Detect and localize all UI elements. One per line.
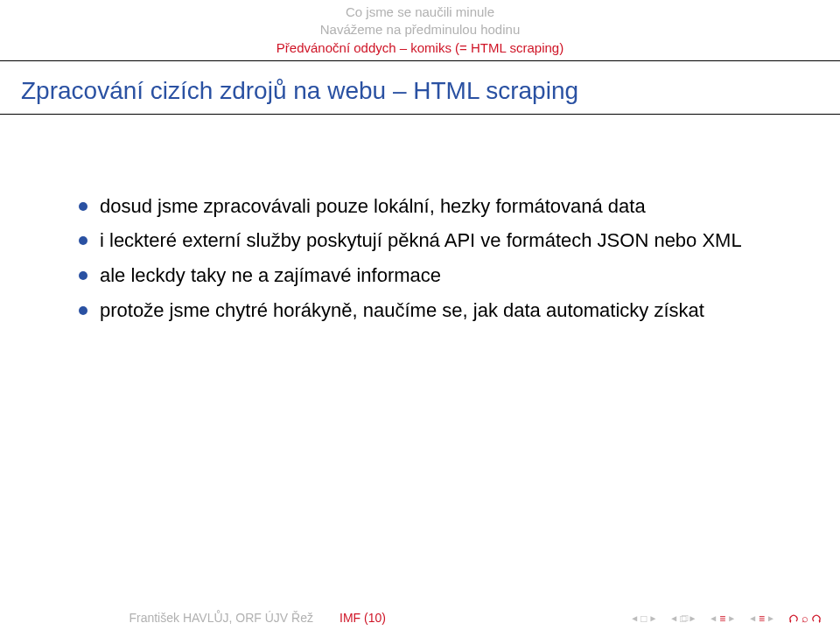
list-item: ale leckdy taky ne a zajímavé informace <box>79 262 788 289</box>
beamer-nav: ◄ □ ► ◄ □ □ ► ◄ ≡ ► ◄ ≡ ► ⌕ <box>630 612 822 625</box>
list-item: protože jsme chytré horákyně, naučíme se… <box>79 298 788 324</box>
bullet-text: ale leckdy taky ne a zajímavé informace <box>100 262 788 289</box>
list-item: dosud jsme zpracovávali pouze lokální, h… <box>79 193 788 220</box>
bullet-text: i leckteré externí služby poskytují pěkn… <box>100 228 788 254</box>
chevron-right-icon[interactable]: ► <box>766 613 775 623</box>
breadcrumb-1[interactable]: Co jsme se naučili minule <box>346 4 494 21</box>
nav-back-forward[interactable]: ⌕ <box>788 612 822 625</box>
bullet-icon <box>79 271 88 280</box>
chevron-left-icon[interactable]: ◄ <box>709 613 718 623</box>
section-lines-icon: ≡ <box>759 612 765 625</box>
footer-short-title[interactable]: IMF (10) <box>340 611 500 625</box>
list-item: i leckteré externí služby poskytují pěkn… <box>79 228 788 254</box>
forward-loop-icon[interactable] <box>810 613 822 624</box>
chevron-left-icon[interactable]: ◄ <box>748 613 757 623</box>
header-breadcrumbs: Co jsme se naučili minule Navážeme na př… <box>0 0 840 57</box>
nav-frame-prev-next[interactable]: ◄ □ □ ► <box>669 612 696 625</box>
bullet-text: dosud jsme zpracovávali pouze lokální, h… <box>100 193 788 220</box>
back-loop-icon[interactable] <box>788 613 800 624</box>
nav-slide-prev-next[interactable]: ◄ □ ► <box>630 612 657 625</box>
footer-author: František HAVLŮJ, ORF ÚJV Řež <box>18 611 340 625</box>
nav-subsection-prev-next[interactable]: ◄ ≡ ► <box>709 612 736 625</box>
search-icon[interactable]: ⌕ <box>802 612 808 625</box>
breadcrumb-2[interactable]: Navážeme na předminulou hodinu <box>320 21 520 38</box>
chevron-right-icon[interactable]: ► <box>648 613 657 623</box>
chevron-right-icon[interactable]: ► <box>727 613 736 623</box>
bullet-icon <box>79 306 88 315</box>
bullet-icon <box>79 202 88 211</box>
breadcrumb-3[interactable]: Předvánoční oddych – komiks (= HTML scra… <box>276 39 564 57</box>
slide-body: dosud jsme zpracovávali pouze lokální, h… <box>0 115 840 324</box>
subsection-lines-icon: ≡ <box>719 612 725 625</box>
chevron-left-icon[interactable]: ◄ <box>669 613 678 623</box>
bullet-text: protože jsme chytré horákyně, naučíme se… <box>100 298 788 324</box>
chevron-right-icon[interactable]: ► <box>688 613 696 623</box>
nav-section-prev-next[interactable]: ◄ ≡ ► <box>748 612 775 625</box>
slide-box-icon: □ <box>640 612 647 625</box>
frame-title: Zpracování cizích zdrojů na webu – HTML … <box>0 61 840 114</box>
chevron-left-icon[interactable]: ◄ <box>630 613 639 623</box>
bullet-icon <box>79 236 88 245</box>
frame-stack-icon: □ □ <box>680 612 686 625</box>
